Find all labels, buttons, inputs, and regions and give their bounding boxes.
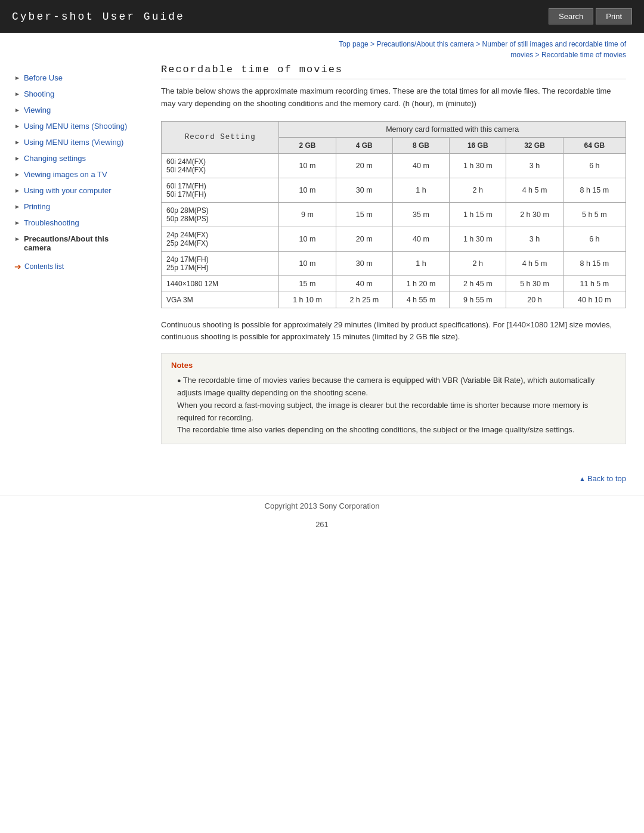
col-4gb: 4 GB	[336, 137, 392, 153]
breadcrumb-top[interactable]: Top page	[339, 40, 368, 48]
row-label: 24p 17M(FH) 25p 17M(FH)	[162, 251, 279, 275]
breadcrumb: Top page > Precautions/About this camera…	[0, 33, 644, 64]
sidebar-item-viewing[interactable]: ► Viewing	[12, 102, 137, 118]
row-label: 60i 17M(FH) 50i 17M(FH)	[162, 178, 279, 202]
table-cell: 4 h 55 m	[392, 292, 449, 308]
table-cell: 10 m	[279, 153, 336, 178]
col-8gb: 8 GB	[392, 137, 449, 153]
col-32gb: 32 GB	[506, 137, 563, 153]
table-cell: 1 h 30 m	[450, 153, 506, 178]
page-title: Recordable time of movies	[161, 64, 626, 79]
header: Cyber-shot User Guide Search Print	[0, 0, 644, 33]
copyright: Copyright 2013 Sony Corporation	[265, 501, 380, 510]
sidebar-item-computer[interactable]: ► Using with your computer	[12, 182, 137, 199]
arrow-icon: ►	[14, 107, 20, 113]
row-label: 24p 24M(FX) 25p 24M(FX)	[162, 227, 279, 251]
sidebar-item-settings[interactable]: ► Changing settings	[12, 150, 137, 166]
table-cell: 5 h 5 m	[563, 202, 626, 227]
table-cell: 2 h 25 m	[336, 292, 392, 308]
search-button[interactable]: Search	[549, 8, 593, 24]
notes-title: Notes	[171, 361, 616, 370]
content-area: Recordable time of movies The table belo…	[143, 64, 638, 468]
table-row: 24p 17M(FH) 25p 17M(FH)10 m30 m1 h2 h4 h…	[162, 251, 626, 275]
row-label: 60i 24M(FX) 50i 24M(FX)	[162, 153, 279, 178]
back-to-top-row: Back to top	[0, 468, 644, 489]
table-cell: 2 h	[450, 251, 506, 275]
table-row: 60i 17M(FH) 50i 17M(FH)10 m30 m1 h2 h4 h…	[162, 178, 626, 202]
table-cell: 1 h 15 m	[450, 202, 506, 227]
breadcrumb-precautions[interactable]: Precautions/About this camera	[376, 40, 473, 48]
sidebar-item-before-use[interactable]: ► Before Use	[12, 70, 137, 86]
sidebar-item-menu-shooting[interactable]: ► Using MENU items (Shooting)	[12, 118, 137, 134]
table-row: 1440×1080 12M15 m40 m1 h 20 m2 h 45 m5 h…	[162, 275, 626, 292]
sidebar-item-precautions[interactable]: ► Precautions/About this camera	[12, 231, 137, 256]
table-cell: 20 m	[336, 227, 392, 251]
table-cell: 11 h 5 m	[563, 275, 626, 292]
table-cell: 30 m	[336, 178, 392, 202]
bottom-note: Continuous shooting is possible for appr…	[161, 319, 626, 344]
sidebar-item-troubleshooting[interactable]: ► Troubleshooting	[12, 215, 137, 231]
table-cell: 40 h 10 m	[563, 292, 626, 308]
sidebar-item-shooting[interactable]: ► Shooting	[12, 86, 137, 102]
arrow-icon: ►	[14, 139, 20, 145]
notes-box: Notes The recordable time of movies vari…	[161, 353, 626, 444]
table-cell: 2 h 30 m	[506, 202, 563, 227]
col-2gb: 2 GB	[279, 137, 336, 153]
table-row: 60p 28M(PS) 50p 28M(PS)9 m15 m35 m1 h 15…	[162, 202, 626, 227]
arrow-icon: ►	[14, 171, 20, 178]
table-row: VGA 3M1 h 10 m2 h 25 m4 h 55 m9 h 55 m20…	[162, 292, 626, 308]
arrow-icon: ►	[14, 219, 20, 226]
arrow-icon: ►	[14, 75, 20, 81]
table-cell: 8 h 15 m	[563, 251, 626, 275]
arrow-icon: ►	[14, 203, 20, 210]
header-buttons: Search Print	[549, 8, 632, 24]
sidebar-item-printing[interactable]: ► Printing	[12, 199, 137, 215]
table-cell: 1 h	[392, 178, 449, 202]
contents-arrow-icon: ➔	[14, 262, 21, 271]
memory-header: Memory card formatted with this camera	[279, 121, 626, 137]
table-cell: 40 m	[336, 275, 392, 292]
table-cell: 9 h 55 m	[450, 292, 506, 308]
col-64gb: 64 GB	[563, 137, 626, 153]
table-cell: 10 m	[279, 227, 336, 251]
notes-content: The recordable time of movies varies bec…	[171, 374, 616, 436]
row-label: 60p 28M(PS) 50p 28M(PS)	[162, 202, 279, 227]
breadcrumb-current[interactable]: Recordable time of movies	[541, 51, 626, 59]
note-item: The recordable time of movies varies bec…	[177, 374, 616, 436]
table-row: 24p 24M(FX) 25p 24M(FX)10 m20 m40 m1 h 3…	[162, 227, 626, 251]
table-cell: 6 h	[563, 153, 626, 178]
page-description: The table below shows the approximate ma…	[161, 85, 626, 110]
table-cell: 6 h	[563, 227, 626, 251]
table-cell: 4 h 5 m	[506, 251, 563, 275]
arrow-icon: ►	[14, 91, 20, 97]
table-cell: 30 m	[336, 251, 392, 275]
table-cell: 15 m	[336, 202, 392, 227]
table-row: 60i 24M(FX) 50i 24M(FX)10 m20 m40 m1 h 3…	[162, 153, 626, 178]
recording-table: Record Setting Memory card formatted wit…	[161, 121, 626, 308]
arrow-icon: ►	[14, 187, 20, 194]
print-button[interactable]: Print	[596, 8, 632, 24]
record-setting-header: Record Setting	[162, 121, 279, 153]
sidebar-item-menu-viewing[interactable]: ► Using MENU items (Viewing)	[12, 134, 137, 150]
table-cell: 9 m	[279, 202, 336, 227]
table-cell: 3 h	[506, 227, 563, 251]
table-cell: 8 h 15 m	[563, 178, 626, 202]
arrow-icon: ►	[14, 155, 20, 162]
contents-link[interactable]: ➔ Contents list	[12, 262, 137, 271]
sidebar: ► Before Use ► Shooting ► Viewing ► Usin…	[6, 64, 143, 468]
footer: Copyright 2013 Sony Corporation	[0, 495, 644, 516]
sidebar-item-tv[interactable]: ► Viewing images on a TV	[12, 166, 137, 182]
arrow-icon: ►	[14, 236, 20, 242]
table-cell: 10 m	[279, 178, 336, 202]
row-label: 1440×1080 12M	[162, 275, 279, 292]
row-label: VGA 3M	[162, 292, 279, 308]
table-cell: 1 h 20 m	[392, 275, 449, 292]
table-cell: 40 m	[392, 153, 449, 178]
back-to-top-link[interactable]: Back to top	[579, 474, 626, 483]
table-cell: 15 m	[279, 275, 336, 292]
table-cell: 40 m	[392, 227, 449, 251]
table-cell: 5 h 30 m	[506, 275, 563, 292]
arrow-icon: ►	[14, 123, 20, 129]
table-cell: 1 h	[392, 251, 449, 275]
table-cell: 2 h 45 m	[450, 275, 506, 292]
